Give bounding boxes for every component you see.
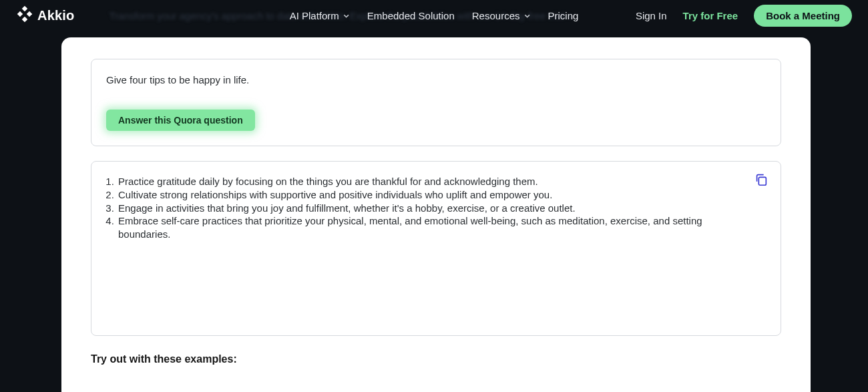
book-meeting-button[interactable]: Book a Meeting <box>754 5 852 27</box>
nav-resources-label: Resources <box>472 10 520 21</box>
answer-list: Practice gratitude daily by focusing on … <box>106 175 747 241</box>
right-nav: Sign In Try for Free Book a Meeting <box>636 5 852 27</box>
main-nav: AI Platform Embedded Solution Resources … <box>290 10 579 21</box>
svg-rect-2 <box>27 11 32 16</box>
brand-logo-icon <box>16 6 32 25</box>
nav-embedded-solution[interactable]: Embedded Solution <box>367 10 455 21</box>
brand-name: Akkio <box>37 8 74 23</box>
svg-rect-4 <box>758 177 766 185</box>
nav-pricing-label: Pricing <box>548 10 578 21</box>
answer-item: Embrace self-care practices that priorit… <box>117 214 747 241</box>
svg-rect-3 <box>22 16 27 21</box>
nav-ai-platform[interactable]: AI Platform <box>290 10 350 21</box>
content-sheet: Give four tips to be happy in life. Answ… <box>61 37 811 392</box>
brand[interactable]: Akkio <box>16 6 74 25</box>
signin-link[interactable]: Sign In <box>636 10 667 21</box>
answer-item: Engage in activities that bring you joy … <box>117 202 747 215</box>
answer-item: Practice gratitude daily by focusing on … <box>117 175 747 188</box>
nav-resources[interactable]: Resources <box>472 10 531 21</box>
copy-icon[interactable] <box>754 172 769 190</box>
svg-rect-0 <box>22 6 27 11</box>
nav-embedded-label: Embedded Solution <box>367 10 455 21</box>
nav-pricing[interactable]: Pricing <box>548 10 578 21</box>
chevron-down-icon <box>343 10 350 21</box>
prompt-card: Give four tips to be happy in life. Answ… <box>91 59 781 146</box>
try-free-link[interactable]: Try for Free <box>683 10 738 21</box>
answer-item: Cultivate strong relationships with supp… <box>117 188 747 202</box>
topbar: Akkio Transform your agency's approach t… <box>0 0 868 31</box>
answer-card: Practice gratitude daily by focusing on … <box>91 161 781 336</box>
answer-question-button[interactable]: Answer this Quora question <box>106 110 255 131</box>
prompt-text: Give four tips to be happy in life. <box>106 74 766 85</box>
chevron-down-icon <box>523 10 530 21</box>
examples-heading: Try out with these examples: <box>91 353 781 365</box>
svg-rect-1 <box>17 11 23 16</box>
nav-ai-platform-label: AI Platform <box>290 10 339 21</box>
